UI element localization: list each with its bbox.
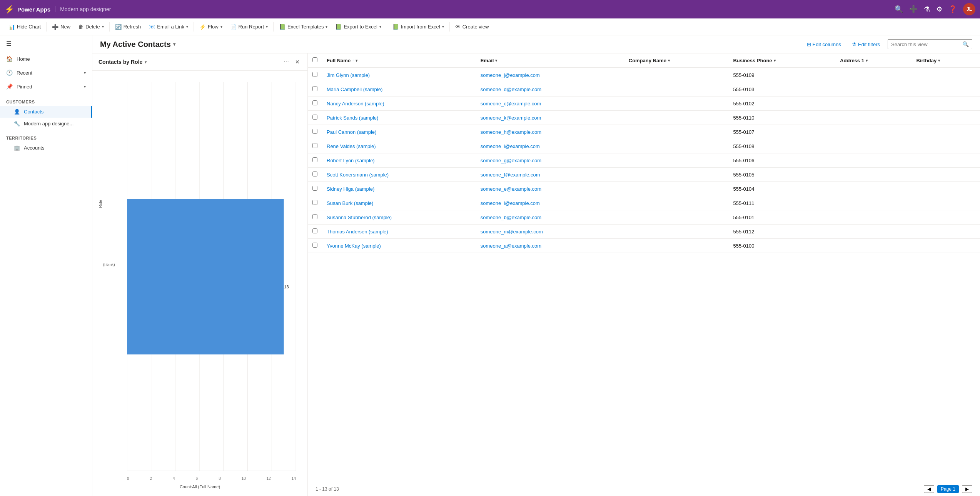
row-name[interactable]: Jim Glynn (sample) <box>322 68 476 82</box>
select-all-checkbox[interactable] <box>312 57 317 62</box>
col-company-name[interactable]: Company Name ▾ <box>624 53 729 68</box>
settings-icon[interactable]: ⚙ <box>936 5 942 13</box>
chart-close-button[interactable]: ✕ <box>294 57 301 67</box>
row-company <box>624 97 729 111</box>
row-address <box>835 97 912 111</box>
create-view-icon: 👁 <box>455 24 461 30</box>
row-name[interactable]: Susan Burk (sample) <box>322 196 476 210</box>
col-full-name[interactable]: Full Name ↑ ▾ <box>322 53 476 68</box>
avatar[interactable]: JL <box>963 3 975 15</box>
row-email[interactable]: someone_j@example.com <box>476 68 624 82</box>
col-address[interactable]: Address 1 ▾ <box>835 53 912 68</box>
add-icon[interactable]: ➕ <box>909 5 918 13</box>
sidebar-item-recent[interactable]: 🕐 Recent ▾ <box>0 66 92 80</box>
row-name[interactable]: Susanna Stubberod (sample) <box>322 210 476 225</box>
new-button[interactable]: ➕ New <box>48 22 74 32</box>
export-excel-button[interactable]: 📗 Export to Excel ▾ <box>331 22 385 32</box>
refresh-button[interactable]: 🔄 Refresh <box>111 22 145 32</box>
row-checkbox[interactable] <box>312 186 317 191</box>
filter-icon[interactable]: ⚗ <box>924 5 930 13</box>
next-page-button[interactable]: ▶ <box>962 485 972 493</box>
row-name[interactable]: Sidney Higa (sample) <box>322 182 476 196</box>
run-report-button[interactable]: 📄 Run Report ▾ <box>226 22 272 32</box>
edit-filters-button[interactable]: ⚗ Edit filters <box>849 40 883 49</box>
row-email[interactable]: someone_i@example.com <box>476 139 624 153</box>
row-email[interactable]: someone_m@example.com <box>476 225 624 239</box>
row-email[interactable]: someone_c@example.com <box>476 97 624 111</box>
sidebar-item-modern-app[interactable]: 🔧 Modern app designe... <box>0 118 92 130</box>
row-checkbox[interactable] <box>312 129 317 134</box>
row-checkbox[interactable] <box>312 214 317 219</box>
row-checkbox[interactable] <box>312 143 317 148</box>
row-checkbox[interactable] <box>312 100 317 105</box>
hamburger-button[interactable]: ☰ <box>0 35 92 52</box>
row-checkbox[interactable] <box>312 171 317 176</box>
chart-bar[interactable] <box>127 199 284 354</box>
x-tick-4: 4 <box>173 476 175 481</box>
row-email[interactable]: someone_g@example.com <box>476 153 624 168</box>
sidebar-item-accounts[interactable]: 🏢 Accounts <box>0 142 92 154</box>
row-checkbox[interactable] <box>312 72 317 77</box>
row-email[interactable]: someone_h@example.com <box>476 125 624 139</box>
row-name[interactable]: Robert Lyon (sample) <box>322 153 476 168</box>
row-email[interactable]: someone_a@example.com <box>476 239 624 253</box>
col-company-filter-icon[interactable]: ▾ <box>668 58 670 63</box>
row-checkbox[interactable] <box>312 115 317 120</box>
row-name[interactable]: Rene Valdes (sample) <box>322 139 476 153</box>
row-name[interactable]: Maria Campbell (sample) <box>322 82 476 97</box>
search-icon[interactable]: 🔍 <box>895 5 903 13</box>
row-company <box>624 168 729 182</box>
row-checkbox[interactable] <box>312 243 317 248</box>
col-phone-filter-icon[interactable]: ▾ <box>774 58 776 63</box>
separator-4 <box>273 22 274 32</box>
row-email[interactable]: someone_e@example.com <box>476 182 624 196</box>
sidebar-home-label: Home <box>17 56 30 62</box>
page-1-button[interactable]: Page 1 <box>937 485 959 493</box>
row-company <box>624 239 729 253</box>
sidebar-item-home[interactable]: 🏠 Home <box>0 52 92 66</box>
excel-templates-button[interactable]: 📗 Excel Templates ▾ <box>275 22 331 32</box>
row-email[interactable]: someone_d@example.com <box>476 82 624 97</box>
col-email[interactable]: Email ▾ <box>476 53 624 68</box>
hide-chart-button[interactable]: 📊 Hide Chart <box>5 22 45 32</box>
prev-page-button[interactable]: ◀ <box>924 485 934 493</box>
row-phone: 555-0106 <box>728 153 835 168</box>
row-name[interactable]: Yvonne McKay (sample) <box>322 239 476 253</box>
recent-icon: 🕐 <box>6 70 13 76</box>
row-name[interactable]: Nancy Anderson (sample) <box>322 97 476 111</box>
row-name[interactable]: Thomas Andersen (sample) <box>322 225 476 239</box>
row-name[interactable]: Paul Cannon (sample) <box>322 125 476 139</box>
col-full-name-filter-icon[interactable]: ▾ <box>356 58 357 63</box>
row-name[interactable]: Scott Konersmann (sample) <box>322 168 476 182</box>
row-email[interactable]: someone_b@example.com <box>476 210 624 225</box>
col-email-filter-icon[interactable]: ▾ <box>495 58 497 63</box>
row-email[interactable]: someone_l@example.com <box>476 196 624 210</box>
col-birthday[interactable]: Birthday ▾ <box>912 53 980 68</box>
sidebar-item-contacts[interactable]: 👤 Contacts <box>0 106 92 118</box>
help-icon[interactable]: ❓ <box>948 5 957 13</box>
email-link-button[interactable]: 📧 Email a Link ▾ <box>145 22 192 32</box>
col-business-phone[interactable]: Business Phone ▾ <box>728 53 835 68</box>
view-title-chevron-icon[interactable]: ▾ <box>173 42 175 47</box>
col-address-filter-icon[interactable]: ▾ <box>866 58 868 63</box>
create-view-button[interactable]: 👁 Create view <box>451 22 493 32</box>
row-address <box>835 210 912 225</box>
row-checkbox[interactable] <box>312 200 317 205</box>
row-checkbox[interactable] <box>312 86 317 91</box>
import-excel-button[interactable]: 📗 Import from Excel ▾ <box>389 22 448 32</box>
col-birthday-filter-icon[interactable]: ▾ <box>938 58 940 63</box>
chart-title-chevron-icon[interactable]: ▾ <box>145 60 147 64</box>
row-checkbox[interactable] <box>312 228 317 233</box>
row-email[interactable]: someone_k@example.com <box>476 111 624 125</box>
sidebar-item-pinned[interactable]: 📌 Pinned ▾ <box>0 80 92 93</box>
row-name[interactable]: Patrick Sands (sample) <box>322 111 476 125</box>
row-checkbox[interactable] <box>312 157 317 162</box>
flow-button[interactable]: ⚡ Flow ▾ <box>195 22 226 32</box>
edit-columns-button[interactable]: ⊞ Edit columns <box>804 40 844 49</box>
delete-button[interactable]: 🗑 Delete ▾ <box>74 22 108 32</box>
accounts-icon: 🏢 <box>14 145 20 151</box>
chart-more-button[interactable]: ⋯ <box>282 57 290 67</box>
row-email[interactable]: someone_f@example.com <box>476 168 624 182</box>
search-view-input[interactable] <box>891 42 960 47</box>
view-header: My Active Contacts ▾ ⊞ Edit columns ⚗ Ed… <box>92 35 980 53</box>
